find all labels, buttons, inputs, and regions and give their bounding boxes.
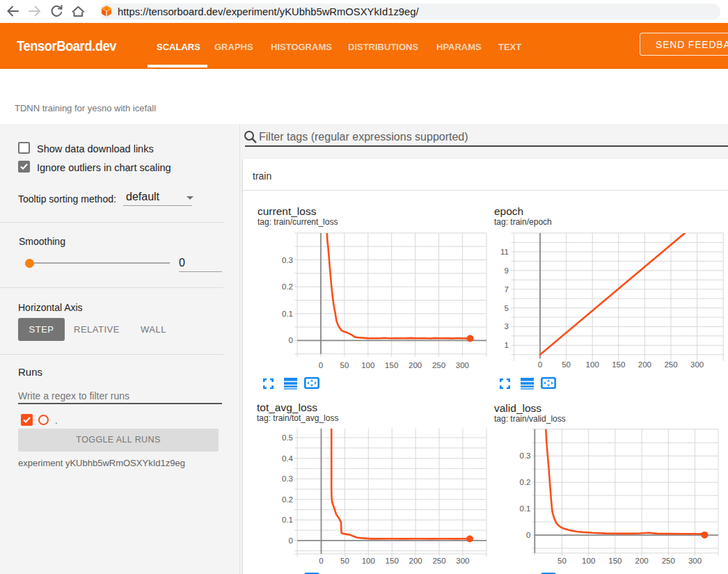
svg-text:300: 300	[690, 360, 704, 369]
svg-text:50: 50	[562, 360, 571, 369]
svg-text:0: 0	[319, 557, 323, 565]
svg-text:200: 200	[635, 557, 649, 565]
svg-text:0.3: 0.3	[520, 452, 531, 460]
svg-text:200: 200	[409, 557, 422, 565]
svg-text:300: 300	[456, 361, 469, 369]
svg-text:5: 5	[505, 304, 509, 312]
svg-text:100: 100	[361, 361, 374, 369]
svg-text:0.2: 0.2	[520, 478, 531, 486]
svg-text:0.4: 0.4	[282, 454, 294, 463]
svg-text:0.1: 0.1	[520, 504, 531, 513]
svg-text:150: 150	[608, 557, 622, 565]
svg-text:50: 50	[557, 557, 567, 565]
svg-text:100: 100	[582, 557, 595, 565]
svg-text:100: 100	[362, 557, 375, 565]
svg-text:0.2: 0.2	[282, 282, 293, 291]
svg-text:200: 200	[638, 360, 651, 369]
svg-text:50: 50	[340, 361, 349, 369]
svg-text:250: 250	[662, 557, 675, 565]
svg-text:3: 3	[505, 322, 509, 330]
svg-text:0: 0	[289, 536, 293, 545]
svg-text:0.5: 0.5	[282, 433, 293, 442]
svg-text:300: 300	[688, 557, 702, 565]
svg-text:0: 0	[526, 531, 530, 539]
svg-text:150: 150	[386, 557, 399, 565]
svg-text:250: 250	[664, 360, 677, 369]
svg-text:0.3: 0.3	[282, 475, 293, 483]
svg-text:250: 250	[432, 361, 445, 369]
svg-text:0: 0	[538, 360, 542, 369]
svg-text:11: 11	[500, 248, 509, 256]
svg-text:9: 9	[505, 266, 509, 275]
svg-text:150: 150	[385, 361, 398, 369]
svg-text:0.2: 0.2	[282, 495, 293, 504]
svg-text:250: 250	[432, 557, 445, 565]
svg-text:1: 1	[505, 341, 509, 349]
svg-text:0.1: 0.1	[282, 310, 293, 318]
svg-text:7: 7	[505, 285, 509, 294]
svg-text:0: 0	[289, 336, 293, 344]
svg-text:200: 200	[409, 361, 422, 369]
svg-text:50: 50	[340, 557, 349, 565]
svg-text:100: 100	[586, 360, 599, 369]
svg-text:150: 150	[612, 360, 625, 369]
svg-text:0.3: 0.3	[282, 256, 293, 264]
svg-text:300: 300	[456, 557, 469, 565]
svg-text:0: 0	[319, 361, 323, 369]
svg-text:0.1: 0.1	[282, 516, 293, 524]
